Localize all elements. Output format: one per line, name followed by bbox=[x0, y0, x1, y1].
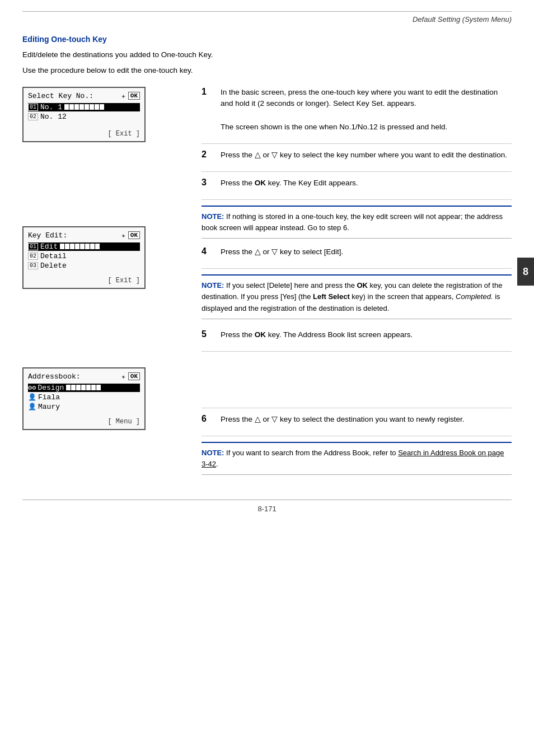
step-6: 6 Press the △ or ▽ key to select the des… bbox=[202, 414, 512, 428]
page-container: Default Setting (System Menu) Editing On… bbox=[0, 0, 534, 756]
step-3: 3 Press the OK key. The Key Edit appears… bbox=[202, 178, 512, 192]
lcd1-row2: 02 No. 12 bbox=[28, 113, 140, 121]
step-5: 5 Press the OK key. The Address Book lis… bbox=[202, 329, 512, 343]
step-4: 4 Press the △ or ▽ key to select [Edit]. bbox=[202, 246, 512, 260]
lcd1-arrow-icon: ✦ bbox=[121, 91, 125, 101]
note-3-label: NOTE: bbox=[202, 449, 226, 457]
lcd3-row2: 👤 Fiala bbox=[28, 393, 140, 402]
step-6-num: 6 bbox=[202, 414, 217, 424]
page-number: 8-171 bbox=[257, 505, 276, 513]
lcd2-title: Key Edit: bbox=[28, 231, 67, 240]
step-1-text: In the basic screen, press the one-touch… bbox=[221, 87, 512, 134]
step-1: 1 In the basic screen, press the one-tou… bbox=[202, 87, 512, 136]
step-3-text: Press the OK key. The Key Edit appears. bbox=[221, 178, 512, 189]
lcd2-row2-num: 02 bbox=[28, 253, 38, 260]
left-panel: Select Key No.: ✦ OK 01 No. 1 02 bbox=[22, 81, 196, 483]
lcd2-ok-box: OK bbox=[128, 231, 140, 239]
intro-para-1: Edit/delete the destinations you added t… bbox=[22, 49, 512, 60]
note-2: NOTE: If you select [Delete] here and pr… bbox=[202, 274, 512, 319]
note-3: NOTE: If you want to search from the Add… bbox=[202, 442, 512, 475]
lcd2-icons: ✦ OK bbox=[121, 231, 140, 240]
lcd2-row1: 01 Edit bbox=[28, 242, 140, 251]
lcd2-exit-btn: [ Exit ] bbox=[107, 277, 140, 284]
lcd2-footer: [ Exit ] bbox=[28, 277, 140, 284]
lcd-screen-1: Select Key No.: ✦ OK 01 No. 1 02 bbox=[22, 87, 146, 142]
note-1: NOTE: If nothing is stored in a one-touc… bbox=[202, 206, 512, 239]
lcd1-row2-text: No. 12 bbox=[40, 113, 67, 121]
step-6-text: Press the △ or ▽ key to select the desti… bbox=[221, 414, 512, 426]
lcd2-row2: 02 Detail bbox=[28, 252, 140, 260]
lcd1-icons: ✦ OK bbox=[121, 91, 140, 101]
lcd1-row2-num: 02 bbox=[28, 113, 38, 120]
page-header: Default Setting (System Menu) bbox=[22, 15, 512, 24]
lcd3-title-row: Addressbook: ✦ OK bbox=[28, 372, 140, 381]
lcd2-row3-text: Delete bbox=[40, 262, 67, 270]
lcd2-row1-bar bbox=[60, 244, 100, 249]
lcd1-row1-bar bbox=[64, 104, 104, 110]
lcd2-arrow-icon: ✦ bbox=[121, 231, 125, 240]
section-heading: Editing One-touch Key bbox=[22, 35, 512, 44]
step-3-num: 3 bbox=[202, 178, 217, 188]
lcd1-title: Select Key No.: bbox=[28, 92, 93, 100]
lcd2-row1-num: 01 bbox=[28, 243, 38, 250]
lcd3-person-icon-1: 👤 bbox=[28, 393, 36, 402]
lcd3-menu-btn: [ Menu ] bbox=[107, 418, 140, 426]
lcd3-row1: ⚙⚙ Design bbox=[28, 384, 140, 392]
lcd3-row3: 👤 Maury bbox=[28, 403, 140, 411]
lcd1-row1-text: No. 1 bbox=[40, 103, 62, 111]
lcd3-person-icon-2: 👤 bbox=[28, 403, 36, 411]
intro-para-2: Use the procedure below to edit the one-… bbox=[22, 65, 512, 76]
page-footer: 8-171 bbox=[22, 500, 512, 513]
lcd1-title-row: Select Key No.: ✦ OK bbox=[28, 91, 140, 101]
right-panel: 1 In the basic screen, press the one-tou… bbox=[196, 81, 512, 483]
step-2-num: 2 bbox=[202, 150, 217, 160]
lcd2-row3-num: 03 bbox=[28, 262, 38, 269]
lcd3-ok-box: OK bbox=[128, 372, 140, 380]
lcd-screen-3: Addressbook: ✦ OK ⚙⚙ Design 👤 bbox=[22, 367, 146, 430]
lcd3-arrow-icon: ✦ bbox=[121, 372, 125, 381]
lcd3-row3-text: Maury bbox=[38, 403, 60, 411]
lcd3-row1-text: Design bbox=[38, 384, 64, 392]
lcd1-exit-btn: [ Exit ] bbox=[107, 130, 140, 138]
lcd2-row3: 03 Delete bbox=[28, 262, 140, 270]
lcd3-group-icon: ⚙⚙ bbox=[28, 384, 36, 392]
lcd3-icons: ✦ OK bbox=[121, 372, 140, 381]
header-title: Default Setting (System Menu) bbox=[413, 15, 512, 24]
lcd-screen-2: Key Edit: ✦ OK 01 Edit 02 bbox=[22, 226, 146, 289]
lcd2-row2-text: Detail bbox=[40, 252, 67, 260]
lcd3-title: Addressbook: bbox=[28, 372, 81, 381]
lcd2-row1-text: Edit bbox=[40, 242, 58, 251]
step-5-text: Press the OK key. The Address Book list … bbox=[221, 329, 512, 341]
lcd3-row1-bar bbox=[66, 385, 101, 390]
step-5-num: 5 bbox=[202, 329, 217, 339]
step-4-text: Press the △ or ▽ key to select [Edit]. bbox=[221, 246, 512, 258]
note-3-link[interactable]: Search in Address Book on page 3-42 bbox=[202, 449, 504, 468]
step-2-text: Press the △ or ▽ key to select the key n… bbox=[221, 150, 512, 161]
lcd1-row1-num: 01 bbox=[28, 104, 38, 111]
step-1-num: 1 bbox=[202, 87, 217, 97]
chapter-tab: 8 bbox=[517, 258, 534, 286]
top-rule bbox=[22, 11, 512, 12]
lcd2-title-row: Key Edit: ✦ OK bbox=[28, 231, 140, 240]
step-4-num: 4 bbox=[202, 246, 217, 256]
note-1-label: NOTE: bbox=[202, 212, 224, 221]
lcd3-footer: [ Menu ] bbox=[28, 418, 140, 426]
lcd1-ok-box: OK bbox=[128, 92, 140, 100]
lcd1-footer: [ Exit ] bbox=[28, 130, 140, 138]
note-2-label: NOTE: bbox=[202, 281, 224, 290]
lcd1-row1: 01 No. 1 bbox=[28, 103, 140, 111]
content-area: Select Key No.: ✦ OK 01 No. 1 02 bbox=[22, 81, 512, 483]
lcd3-row2-text: Fiala bbox=[38, 393, 60, 402]
step-2: 2 Press the △ or ▽ key to select the key… bbox=[202, 150, 512, 164]
chapter-num: 8 bbox=[523, 266, 528, 278]
